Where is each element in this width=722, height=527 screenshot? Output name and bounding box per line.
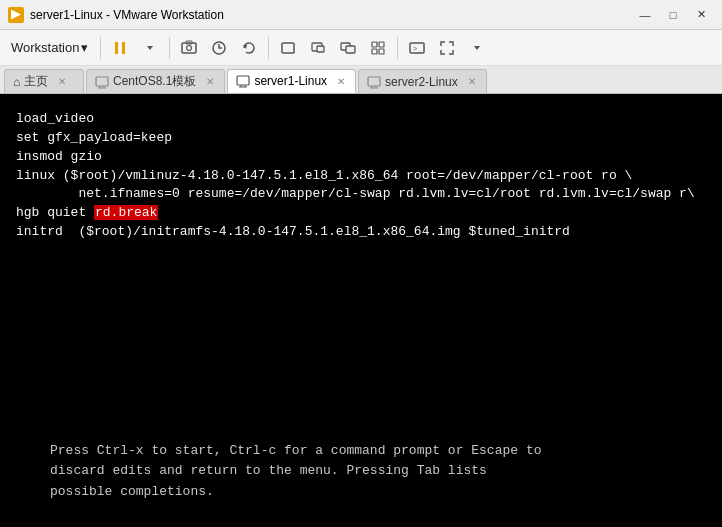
expand-button[interactable] — [433, 34, 461, 62]
tab-server1-label: server1-Linux — [254, 74, 327, 88]
tab-server2-label: server2-Linux — [385, 75, 458, 89]
svg-rect-4 — [186, 41, 192, 44]
svg-rect-20 — [96, 77, 108, 86]
term-line-2: set gfx_payload=keep — [16, 129, 706, 148]
home-icon: ⌂ — [13, 75, 20, 89]
maximize-button[interactable]: □ — [660, 5, 686, 25]
title-bar: server1-Linux - VMware Workstation — □ ✕ — [0, 0, 722, 30]
toolbar: Workstation ▾ — [0, 30, 722, 66]
vm-button-3[interactable] — [334, 34, 362, 62]
workstation-label: Workstation — [11, 40, 79, 55]
tab-home-close[interactable]: ✕ — [56, 75, 68, 88]
vm-icon-4 — [369, 39, 387, 57]
vm-button-2[interactable] — [304, 34, 332, 62]
expand-dropdown-arrow-icon — [472, 43, 482, 53]
vmware-icon — [8, 7, 24, 23]
expand-icon — [438, 39, 456, 57]
svg-rect-16 — [379, 49, 384, 54]
tabs-bar: ⌂ 主页 ✕ CentOS8.1模板 ✕ server1-Linux ✕ — [0, 66, 722, 94]
toolbar-separator-1 — [100, 37, 101, 59]
tab-centos-close[interactable]: ✕ — [204, 75, 216, 88]
svg-text:>_: >_ — [413, 45, 421, 53]
svg-marker-19 — [474, 46, 480, 50]
svg-rect-13 — [372, 42, 377, 47]
svg-rect-11 — [341, 43, 350, 50]
vm-tab-icon-centos — [95, 75, 109, 89]
tab-centos[interactable]: CentOS8.1模板 ✕ — [86, 69, 225, 93]
svg-rect-8 — [282, 43, 294, 53]
expand-dropdown-button[interactable] — [463, 34, 491, 62]
tab-home-label: 主页 — [24, 73, 48, 90]
svg-rect-24 — [237, 76, 249, 85]
hint-line-1: Press Ctrl-x to start, Ctrl-c for a comm… — [50, 441, 541, 462]
vm-icon-1 — [279, 39, 297, 57]
toolbar-separator-4 — [397, 37, 398, 59]
terminal-hint-block: Press Ctrl-x to start, Ctrl-c for a comm… — [50, 441, 541, 503]
svg-rect-14 — [379, 42, 384, 47]
term-line-3: insmod gzio — [16, 148, 706, 167]
pause-icon — [111, 39, 129, 57]
hint-line-2: discard edits and return to the menu. Pr… — [50, 461, 541, 482]
svg-rect-28 — [368, 77, 380, 86]
toolbar-separator-3 — [268, 37, 269, 59]
window-controls: — □ ✕ — [632, 5, 714, 25]
workstation-menu[interactable]: Workstation ▾ — [4, 35, 95, 60]
tab-server2[interactable]: server2-Linux ✕ — [358, 69, 487, 93]
svg-rect-10 — [317, 46, 324, 52]
svg-rect-15 — [372, 49, 377, 54]
rd-break-highlight: rd.break — [94, 205, 158, 220]
window-title: server1-Linux - VMware Workstation — [30, 8, 224, 22]
close-button[interactable]: ✕ — [688, 5, 714, 25]
pause-button[interactable] — [106, 34, 134, 62]
term-line-5: net.ifnames=0 resume=/dev/mapper/cl-swap… — [16, 185, 706, 204]
svg-rect-9 — [312, 43, 322, 51]
svg-point-6 — [213, 42, 225, 54]
console-icon: >_ — [408, 39, 426, 57]
snapshot-button[interactable] — [205, 34, 233, 62]
minimize-button[interactable]: — — [632, 5, 658, 25]
revert-button[interactable] — [235, 34, 263, 62]
dropdown-arrow-icon: ▾ — [81, 40, 88, 55]
vm-tab-icon-server2 — [367, 75, 381, 89]
svg-rect-0 — [115, 42, 118, 54]
pause-dropdown-button[interactable] — [136, 34, 164, 62]
tab-server1-close[interactable]: ✕ — [335, 75, 347, 88]
tab-server2-close[interactable]: ✕ — [466, 75, 478, 88]
term-line-6: hgb quiet rd.break — [16, 204, 706, 223]
vm-tab-icon-server1 — [236, 74, 250, 88]
svg-rect-3 — [182, 43, 196, 53]
svg-point-5 — [187, 45, 192, 50]
vm-button-4[interactable] — [364, 34, 392, 62]
console-button[interactable]: >_ — [403, 34, 431, 62]
svg-marker-2 — [147, 46, 153, 50]
term-line-7: initrd ($root)/initramfs-4.18.0-147.5.1.… — [16, 223, 706, 242]
tab-server1[interactable]: server1-Linux ✕ — [227, 69, 356, 93]
vm-icon-3 — [339, 39, 357, 57]
svg-rect-12 — [346, 46, 355, 53]
title-bar-left: server1-Linux - VMware Workstation — [8, 7, 224, 23]
vm-icon-2 — [309, 39, 327, 57]
hint-line-3: possible completions. — [50, 482, 541, 503]
toolbar-separator-2 — [169, 37, 170, 59]
tab-centos-label: CentOS8.1模板 — [113, 73, 196, 90]
revert-icon — [240, 39, 258, 57]
vm-button-1[interactable] — [274, 34, 302, 62]
pause-dropdown-arrow-icon — [145, 43, 155, 53]
svg-marker-7 — [243, 45, 247, 49]
svg-rect-17 — [410, 43, 424, 53]
screenshot-icon — [180, 39, 198, 57]
screenshot-button[interactable] — [175, 34, 203, 62]
svg-rect-1 — [122, 42, 125, 54]
term-line-4: linux ($root)/vmlinuz-4.18.0-147.5.1.el8… — [16, 167, 706, 186]
terminal-area[interactable]: load_video set gfx_payload=keep insmod g… — [0, 94, 722, 527]
term-line-1: load_video — [16, 110, 706, 129]
snapshot-icon — [210, 39, 228, 57]
tab-home[interactable]: ⌂ 主页 ✕ — [4, 69, 84, 93]
